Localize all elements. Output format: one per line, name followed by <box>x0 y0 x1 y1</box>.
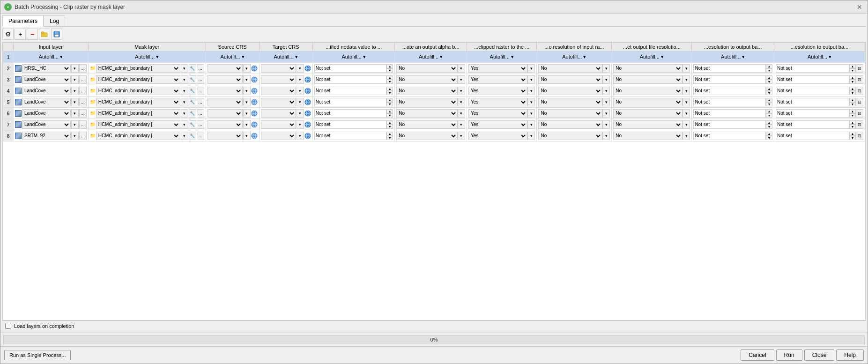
input-layer-dropdown-btn[interactable]: ▾ <box>71 87 79 95</box>
output-file-res-select[interactable]: No Yes <box>613 132 683 140</box>
input-layer-select[interactable]: LandCove <box>22 98 71 106</box>
output-ba2-spin-up[interactable]: ▲ <box>849 87 856 91</box>
output-ba2-spin-down[interactable]: ▼ <box>849 80 856 84</box>
input-res-select[interactable]: No Yes <box>538 132 602 140</box>
output-ba1-input[interactable] <box>693 109 766 118</box>
output-ba1-input[interactable] <box>693 75 766 84</box>
output-ba2-spin-down[interactable]: ▼ <box>849 102 856 106</box>
target-crs-dropdown-btn[interactable]: ▾ <box>297 75 304 84</box>
input-res-dropdown-btn[interactable]: ▾ <box>602 98 610 106</box>
target-crs-dropdown-btn[interactable]: ▾ <box>297 132 304 140</box>
output-ba2-input[interactable] <box>776 98 849 106</box>
input-layer-dropdown-btn[interactable]: ▾ <box>71 75 79 84</box>
mask-wrench-btn[interactable]: 🔧 <box>189 87 196 95</box>
input-layer-select[interactable]: SRTM_92 <box>22 132 71 140</box>
output-file-res-dropdown-btn[interactable]: ▾ <box>683 120 690 129</box>
alpha-select[interactable]: No Yes <box>396 98 458 106</box>
mask-browse-btn[interactable]: … <box>197 87 204 95</box>
output-ba1-spin-up[interactable]: ▲ <box>766 87 772 91</box>
output-ba1-spin-down[interactable]: ▼ <box>766 102 772 106</box>
target-crs-select[interactable] <box>261 64 296 73</box>
nodata-spin-down[interactable]: ▼ <box>386 125 393 129</box>
output-ba2-spin-down[interactable]: ▼ <box>849 113 856 118</box>
output-ba2-input[interactable] <box>776 120 849 129</box>
autofill-input-res[interactable]: Autofill... ▾ <box>537 52 612 63</box>
close-window-button[interactable]: ✕ <box>855 3 864 11</box>
alpha-select[interactable]: No Yes <box>396 75 458 84</box>
mask-layer-select[interactable]: HCMC_admin_boundary [ <box>96 75 180 84</box>
autofill-output-file-res[interactable]: Autofill... ▾ <box>612 52 692 63</box>
target-crs-select[interactable] <box>261 87 296 95</box>
target-crs-dropdown-btn[interactable]: ▾ <box>297 87 304 95</box>
mask-wrench-btn[interactable]: 🔧 <box>189 98 196 106</box>
mask-wrench-btn[interactable]: 🔧 <box>189 75 196 84</box>
input-res-select[interactable]: No Yes <box>538 120 602 129</box>
input-layer-select[interactable]: HRSL_HC <box>22 64 71 73</box>
input-res-dropdown-btn[interactable]: ▾ <box>602 132 610 140</box>
load-layers-checkbox[interactable] <box>5 323 11 329</box>
nodata-input[interactable] <box>314 120 387 129</box>
output-ba2-extra-btn[interactable]: ⊡ <box>856 98 863 106</box>
target-crs-dropdown-btn[interactable]: ▾ <box>297 98 304 106</box>
output-file-res-dropdown-btn[interactable]: ▾ <box>683 75 690 84</box>
clipped-select[interactable]: Yes No <box>468 75 527 84</box>
input-layer-browse-btn[interactable]: … <box>79 109 87 118</box>
alpha-dropdown-btn[interactable]: ▾ <box>458 64 465 73</box>
input-layer-select[interactable]: LandCove <box>22 75 71 84</box>
output-ba2-extra-btn[interactable]: ⊡ <box>856 75 863 84</box>
alpha-select[interactable]: No Yes <box>396 132 458 140</box>
target-crs-select[interactable] <box>261 98 296 106</box>
output-file-res-select[interactable]: No Yes <box>613 87 683 95</box>
clipped-dropdown-btn[interactable]: ▾ <box>527 87 535 95</box>
mask-browse-btn[interactable]: … <box>197 98 204 106</box>
source-crs-dropdown-btn[interactable]: ▾ <box>243 87 251 95</box>
input-layer-select[interactable]: LandCove <box>22 109 71 118</box>
settings-button[interactable]: ⚙ <box>2 29 14 40</box>
autofill-source-crs[interactable]: Autofill... ▾ <box>206 52 259 63</box>
nodata-input[interactable] <box>314 64 387 73</box>
clipped-select[interactable]: Yes No <box>468 109 527 118</box>
nodata-spin-down[interactable]: ▼ <box>386 113 393 118</box>
target-crs-dropdown-btn[interactable]: ▾ <box>297 120 304 129</box>
output-ba2-spin-down[interactable]: ▼ <box>849 68 856 73</box>
target-crs-select[interactable] <box>261 120 296 129</box>
nodata-spin-down[interactable]: ▼ <box>386 136 393 140</box>
mask-layer-dropdown-btn[interactable]: ▾ <box>181 120 188 129</box>
clipped-select[interactable]: Yes No <box>468 120 527 129</box>
output-ba2-input[interactable] <box>776 132 849 140</box>
autofill-alpha[interactable]: Autofill... ▾ <box>395 52 467 63</box>
clipped-select[interactable]: Yes No <box>468 87 527 95</box>
clipped-select[interactable]: Yes No <box>468 132 527 140</box>
nodata-spin-up[interactable]: ▲ <box>386 98 393 102</box>
save-button[interactable] <box>51 29 62 40</box>
clipped-dropdown-btn[interactable]: ▾ <box>527 109 535 118</box>
autofill-clipped[interactable]: Autofill... ▾ <box>467 52 536 63</box>
output-ba2-input[interactable] <box>776 64 849 73</box>
mask-browse-btn[interactable]: … <box>197 109 204 118</box>
output-ba2-extra-btn[interactable]: ⊡ <box>856 64 863 73</box>
output-ba2-extra-btn[interactable]: ⊡ <box>856 109 863 118</box>
alpha-select[interactable]: No Yes <box>396 120 458 129</box>
target-crs-select[interactable] <box>261 75 296 84</box>
alpha-dropdown-btn[interactable]: ▾ <box>458 132 465 140</box>
nodata-spin-up[interactable]: ▲ <box>386 64 393 68</box>
mask-browse-btn[interactable]: … <box>197 120 204 129</box>
source-crs-select[interactable] <box>208 75 243 84</box>
mask-layer-dropdown-btn[interactable]: ▾ <box>181 132 188 140</box>
output-ba1-input[interactable] <box>693 132 766 140</box>
input-res-dropdown-btn[interactable]: ▾ <box>602 87 610 95</box>
clipped-dropdown-btn[interactable]: ▾ <box>527 132 535 140</box>
output-ba1-input[interactable] <box>693 64 766 73</box>
output-ba1-spin-up[interactable]: ▲ <box>766 64 772 68</box>
nodata-input[interactable] <box>314 87 387 95</box>
input-res-select[interactable]: No Yes <box>538 98 602 106</box>
autofill-nodata[interactable]: Autofill... ▾ <box>312 52 395 63</box>
tab-log[interactable]: Log <box>44 15 65 26</box>
alpha-dropdown-btn[interactable]: ▾ <box>458 120 465 129</box>
nodata-spin-up[interactable]: ▲ <box>386 87 393 91</box>
target-crs-select[interactable] <box>261 132 296 140</box>
output-file-res-select[interactable]: No Yes <box>613 109 683 118</box>
output-ba1-spin-down[interactable]: ▼ <box>766 113 772 118</box>
mask-browse-btn[interactable]: … <box>197 132 204 140</box>
mask-wrench-btn[interactable]: 🔧 <box>189 132 196 140</box>
